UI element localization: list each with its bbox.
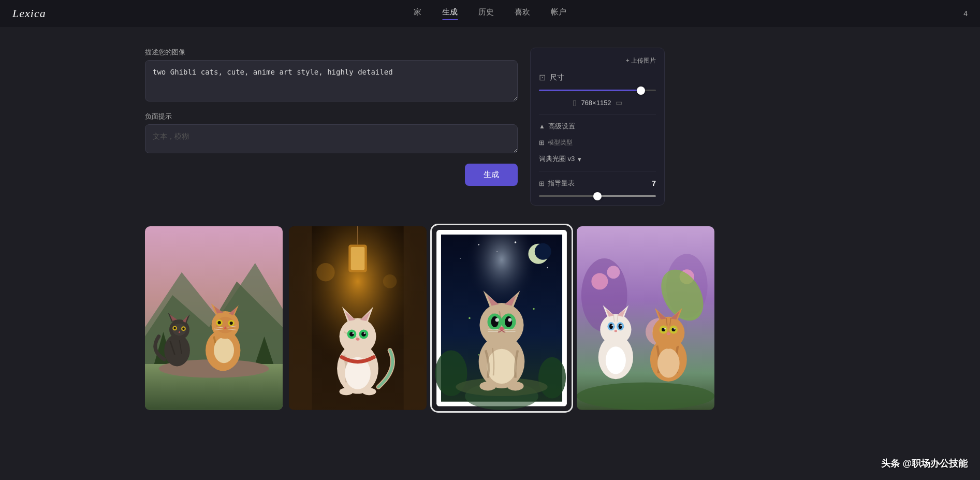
svg-point-139 <box>667 332 670 335</box>
svg-point-106 <box>607 266 620 279</box>
advanced-label: 高级设置 <box>548 122 575 131</box>
generate-button[interactable]: 生成 <box>465 164 518 186</box>
nav-history[interactable]: 历史 <box>478 7 494 20</box>
nav-links: 家 生成 历史 喜欢 帐户 <box>414 7 566 20</box>
resize-icon: ⊡ <box>539 72 546 82</box>
svg-point-123 <box>611 325 613 327</box>
svg-point-127 <box>657 348 680 378</box>
guidance-row: ⊞ 指导量表 7 <box>539 179 656 188</box>
svg-point-58 <box>352 332 354 334</box>
svg-point-76 <box>538 357 566 399</box>
nav-account[interactable]: 帐户 <box>551 7 566 20</box>
svg-point-72 <box>515 241 517 243</box>
svg-point-111 <box>577 382 714 410</box>
landscape-icon-right: ▭ <box>616 98 622 107</box>
svg-point-92 <box>500 327 504 330</box>
guidance-label-group: ⊞ 指导量表 <box>539 179 575 188</box>
svg-point-125 <box>615 330 617 332</box>
logo: Lexica <box>12 7 46 20</box>
dimension-display: ▯ 768×1152 ▭ <box>539 98 656 107</box>
divider-1 <box>539 114 656 114</box>
portrait-icon-left: ▯ <box>573 98 577 107</box>
divider-2 <box>539 171 656 171</box>
model-selector[interactable]: 词典光圈 v3 ▾ <box>539 154 656 164</box>
svg-point-81 <box>479 303 523 347</box>
svg-point-138 <box>674 328 676 330</box>
main-content: 描述您的图像 two Ghibli cats, cute, anime art … <box>0 27 980 226</box>
guidance-icon: ⊞ <box>539 180 545 187</box>
svg-point-114 <box>600 314 631 345</box>
guidance-slider[interactable] <box>539 195 656 197</box>
model-type-label: 模型类型 <box>548 138 573 147</box>
gallery-item-1[interactable] <box>145 226 283 410</box>
svg-point-121 <box>609 324 613 329</box>
nav-generate[interactable]: 生成 <box>442 7 458 20</box>
svg-point-19 <box>182 328 184 330</box>
size-row: ⊡ 尺寸 <box>539 72 656 82</box>
left-panel: 描述您的图像 two Ghibli cats, cute, anime art … <box>145 48 518 206</box>
guidance-label-text: 指导量表 <box>548 179 575 188</box>
watermark: 头条 @职场办公技能 <box>881 457 968 470</box>
svg-point-34 <box>230 322 233 325</box>
model-value: 词典光圈 v3 <box>539 154 575 164</box>
svg-point-101 <box>478 354 479 356</box>
guidance-value: 7 <box>652 179 656 187</box>
prompt-input[interactable]: two Ghibli cats, cute, anime art style, … <box>145 60 518 101</box>
svg-point-59 <box>364 332 366 334</box>
gallery-item-4[interactable] <box>577 226 714 410</box>
svg-point-80 <box>487 349 517 384</box>
svg-point-70 <box>478 244 479 245</box>
chevron-down-icon: ▾ <box>578 155 581 163</box>
svg-point-91 <box>508 318 511 322</box>
svg-point-18 <box>173 327 175 329</box>
svg-point-98 <box>507 382 524 391</box>
svg-point-24 <box>214 338 234 363</box>
size-slider[interactable] <box>539 90 656 91</box>
svg-point-62 <box>362 388 376 395</box>
nav-likes[interactable]: 喜欢 <box>515 7 530 20</box>
svg-point-88 <box>491 316 499 327</box>
svg-point-73 <box>460 258 461 259</box>
nav-badge: 4 <box>963 9 968 18</box>
negative-input[interactable] <box>145 124 518 153</box>
gallery-grid <box>145 226 714 410</box>
model-row[interactable]: ⊞ 模型类型 <box>539 138 656 147</box>
gallery-item-2[interactable] <box>289 226 427 410</box>
negative-section: 负面提示 <box>145 112 518 155</box>
triangle-icon: ▲ <box>539 123 545 130</box>
svg-point-100 <box>533 308 535 310</box>
grid-icon: ⊞ <box>539 139 545 147</box>
svg-point-89 <box>505 316 512 327</box>
svg-point-61 <box>340 388 354 395</box>
svg-point-33 <box>218 321 221 324</box>
gallery-item-3[interactable] <box>433 226 571 410</box>
svg-rect-42 <box>289 226 312 410</box>
svg-point-57 <box>361 332 366 337</box>
prompt-label: 描述您的图像 <box>145 48 518 57</box>
upload-button[interactable]: + 上传图片 <box>626 56 656 65</box>
svg-rect-46 <box>351 247 365 270</box>
svg-point-74 <box>547 267 548 268</box>
svg-point-64 <box>383 274 397 288</box>
svg-point-71 <box>496 251 498 252</box>
svg-point-90 <box>495 318 499 322</box>
advanced-settings-header[interactable]: ▲ 高级设置 <box>539 122 656 131</box>
negative-label: 负面提示 <box>145 112 518 121</box>
size-label: 尺寸 <box>550 73 564 82</box>
svg-point-113 <box>606 346 626 374</box>
gallery-section <box>0 226 980 431</box>
nav-home[interactable]: 家 <box>414 7 421 20</box>
upload-row: + 上传图片 <box>539 56 656 65</box>
svg-point-49 <box>340 318 376 355</box>
svg-point-99 <box>469 317 471 319</box>
svg-point-60 <box>356 338 359 340</box>
svg-point-69 <box>535 243 551 260</box>
svg-point-122 <box>619 324 622 329</box>
svg-point-105 <box>591 273 608 289</box>
svg-point-97 <box>479 382 496 391</box>
svg-point-63 <box>316 263 334 281</box>
svg-rect-43 <box>404 226 427 410</box>
right-panel: + 上传图片 ⊡ 尺寸 ▯ 768×1152 ▭ ▲ 高级设置 ⊞ 模型类型 词… <box>530 48 665 206</box>
dimension-text: 768×1152 <box>581 99 611 107</box>
svg-point-137 <box>664 328 666 330</box>
